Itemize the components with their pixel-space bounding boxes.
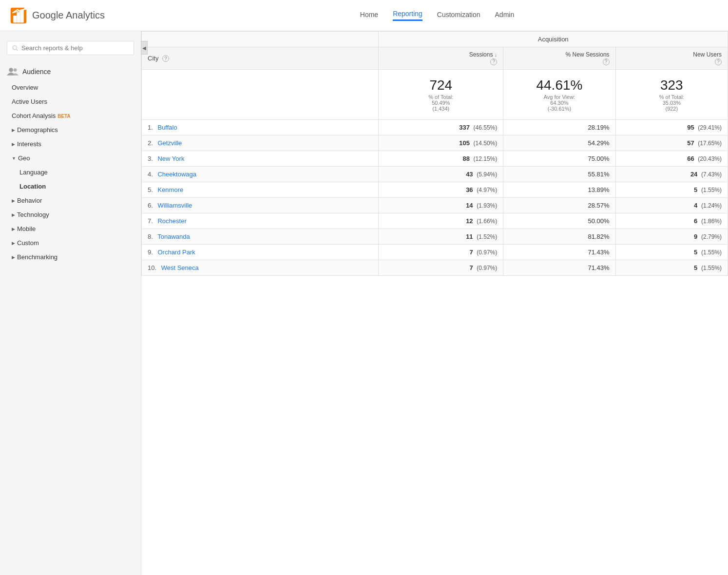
sessions-value: 7: [469, 249, 473, 256]
sessions-cell: 88 (12.15%): [379, 151, 503, 166]
city-cell: 10. West Seneca: [142, 260, 379, 275]
table-row: 5. Kenmore 36 (4.97%) 13.89% 5 (1.55%): [142, 182, 728, 197]
sessions-pct: (1.66%): [477, 218, 497, 225]
sidebar-collapse-button[interactable]: ◀: [141, 41, 148, 55]
table-row: 3. New York 88 (12.15%) 75.00% 66 (20.43…: [142, 151, 728, 166]
sessions-value: 88: [462, 155, 469, 162]
triangle-right-icon: ▶: [12, 241, 15, 246]
city-cell: 4. Cheektowaga: [142, 166, 379, 182]
audience-header[interactable]: Audience: [0, 63, 141, 80]
sessions-pct: (0.97%): [477, 265, 497, 271]
table-row: 1. Buffalo 337 (46.55%) 28.19% 95 (29.41…: [142, 119, 728, 135]
sidebar-item-mobile[interactable]: ▶ Mobile: [0, 222, 141, 236]
th-new-users[interactable]: New Users ?: [615, 47, 728, 70]
sidebar-item-behavior[interactable]: ▶ Behavior: [0, 193, 141, 208]
nav-home[interactable]: Home: [360, 11, 378, 20]
city-link[interactable]: West Seneca: [161, 264, 199, 271]
sidebar-item-language[interactable]: Language: [0, 165, 141, 179]
city-link[interactable]: Williamsville: [157, 202, 192, 209]
new-sessions-cell: 28.19%: [503, 119, 615, 135]
new-users-help-icon[interactable]: ?: [715, 58, 722, 65]
new-users-value: 6: [694, 217, 697, 225]
svg-rect-2: [17, 12, 20, 22]
city-cell: 9. Orchard Park: [142, 244, 379, 260]
new-users-cell: 66 (20.43%): [615, 151, 728, 166]
svg-point-8: [9, 68, 13, 72]
sidebar-item-demographics[interactable]: ▶ Demographics: [0, 123, 141, 137]
new-sessions-value: 75.00%: [588, 155, 610, 162]
th-city[interactable]: City ?: [142, 47, 379, 70]
new-users-cell: 6 (1.86%): [615, 213, 728, 229]
th-sessions[interactable]: Sessions ↓ ?: [379, 47, 503, 70]
new-users-pct: (17.65%): [698, 140, 722, 147]
logo-icon: [10, 7, 27, 24]
table-row: 4. Cheektowaga 43 (5.94%) 55.81% 24 (7.4…: [142, 166, 728, 182]
city-link[interactable]: Rochester: [157, 217, 186, 225]
sessions-help-icon[interactable]: ?: [490, 58, 497, 65]
row-number: 10.: [148, 264, 156, 271]
th-new-sessions[interactable]: % New Sessions ?: [503, 47, 615, 70]
new-users-pct: (7.43%): [701, 171, 722, 178]
new-users-pct: (29.41%): [698, 124, 722, 131]
new-users-cell: 24 (7.43%): [615, 166, 728, 182]
new-users-value: 9: [694, 233, 697, 240]
new-users-value: 5: [694, 264, 697, 271]
row-number: 9.: [148, 249, 153, 256]
sessions-cell: 36 (4.97%): [379, 182, 503, 197]
city-link[interactable]: Orchard Park: [157, 249, 195, 256]
triangle-right-icon: ▶: [12, 255, 15, 260]
report-table: Acquisition City ? Sessions ↓ ?: [141, 31, 728, 276]
city-link[interactable]: Cheektowaga: [157, 171, 196, 178]
row-number: 7.: [148, 217, 153, 225]
new-users-cell: 4 (1.24%): [615, 197, 728, 213]
new-users-pct: (1.55%): [701, 187, 722, 193]
city-help-icon[interactable]: ?: [162, 55, 169, 62]
city-link[interactable]: Getzville: [157, 139, 182, 147]
row-number: 1.: [148, 124, 153, 131]
new-users-cell: 5 (1.55%): [615, 182, 728, 197]
sidebar-item-technology[interactable]: ▶ Technology: [0, 208, 141, 222]
table-row: 8. Tonawanda 11 (1.52%) 81.82% 9 (2.79%): [142, 229, 728, 244]
city-link[interactable]: New York: [157, 155, 184, 162]
sidebar-item-overview[interactable]: Overview: [0, 80, 141, 95]
new-users-value: 5: [694, 186, 697, 193]
sidebar-item-active-users[interactable]: Active Users: [0, 95, 141, 109]
new-users-cell: 5 (1.55%): [615, 244, 728, 260]
nav-reporting[interactable]: Reporting: [393, 10, 422, 21]
content-area: Acquisition City ? Sessions ↓ ?: [141, 31, 728, 575]
top-nav: Google Analytics Home Reporting Customiz…: [0, 0, 728, 31]
sidebar-item-location[interactable]: Location: [0, 179, 141, 193]
new-sessions-value: 54.29%: [588, 139, 610, 147]
sessions-value: 11: [466, 233, 473, 240]
sidebar-item-benchmarking[interactable]: ▶ Benchmarking: [0, 250, 141, 264]
city-link[interactable]: Kenmore: [157, 186, 183, 193]
svg-point-5: [24, 7, 27, 9]
sidebar-item-interests[interactable]: ▶ Interests: [0, 137, 141, 151]
city-link[interactable]: Buffalo: [157, 124, 177, 131]
triangle-right-icon: ▶: [12, 128, 15, 133]
sessions-pct: (12.15%): [474, 155, 498, 162]
new-sessions-help-icon[interactable]: ?: [603, 58, 610, 65]
sessions-cell: 43 (5.94%): [379, 166, 503, 182]
search-input[interactable]: [21, 44, 129, 52]
sidebar-item-custom[interactable]: ▶ Custom: [0, 236, 141, 250]
svg-point-9: [14, 68, 17, 72]
audience-section: Audience Overview Active Users Cohort An…: [0, 63, 141, 264]
new-sessions-cell: 13.89%: [503, 182, 615, 197]
new-sessions-cell: 55.81%: [503, 166, 615, 182]
new-users-cell: 9 (2.79%): [615, 229, 728, 244]
new-users-pct: (20.43%): [698, 155, 722, 162]
table-row: 2. Getzville 105 (14.50%) 54.29% 57 (17.…: [142, 135, 728, 151]
new-sessions-value: 55.81%: [588, 171, 610, 178]
new-sessions-cell: 54.29%: [503, 135, 615, 151]
new-users-pct: (1.55%): [701, 249, 722, 256]
sidebar-item-geo[interactable]: ▼ Geo: [0, 151, 141, 165]
new-sessions-value: 71.43%: [588, 264, 610, 271]
sessions-pct: (5.94%): [477, 171, 497, 178]
nav-customization[interactable]: Customization: [437, 11, 480, 20]
sidebar-item-cohort-analysis[interactable]: Cohort AnalysisBETA: [0, 109, 141, 123]
new-users-pct: (1.55%): [701, 265, 722, 271]
nav-admin[interactable]: Admin: [495, 11, 515, 20]
col-city-header: [142, 32, 379, 47]
city-link[interactable]: Tonawanda: [157, 233, 190, 240]
